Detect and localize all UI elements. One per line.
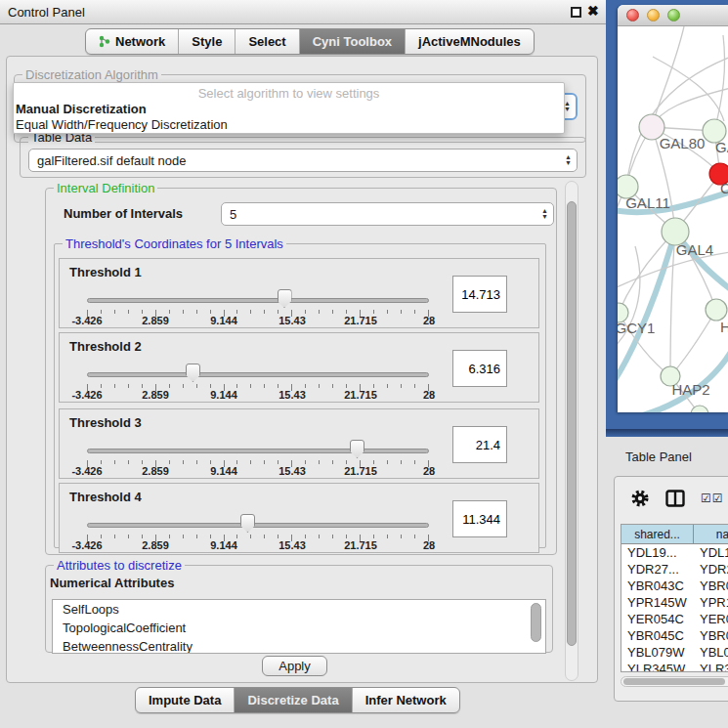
threshold-value-field[interactable] — [452, 500, 507, 537]
slider-thumb[interactable] — [350, 440, 364, 458]
numerical-attributes-list[interactable]: SelfLoopsTopologicalCoefficientBetweenne… — [52, 599, 546, 654]
column-header[interactable]: shared... — [621, 525, 694, 543]
threshold-label: Threshold 3 — [69, 415, 142, 430]
network-edge[interactable] — [670, 310, 716, 376]
table-row[interactable]: YBR043CYBR0 — [621, 578, 728, 594]
attribute-list-item[interactable]: SelfLoops — [53, 600, 545, 619]
tick-label: 2.859 — [142, 315, 169, 326]
tick-label: 28 — [423, 539, 435, 551]
panel-title: Control Panel — [8, 5, 85, 20]
tick-label: 21.715 — [344, 389, 377, 401]
network-node[interactable] — [706, 299, 727, 321]
tick-label: 15.43 — [278, 389, 306, 401]
threshold-value-field[interactable] — [452, 350, 507, 387]
network-edge[interactable] — [653, 57, 724, 121]
slider-ticks — [87, 460, 429, 467]
tab-impute-data[interactable]: Impute Data — [136, 688, 235, 712]
threshold-label: Threshold 4 — [69, 490, 142, 504]
table-cell: YLR3 — [694, 661, 728, 672]
slider-thumb[interactable] — [240, 514, 255, 533]
slider-track[interactable] — [87, 523, 429, 528]
slider-track[interactable] — [87, 449, 429, 453]
tick-label: 9.144 — [210, 315, 237, 326]
screen: Control Panel ✖ NetworkStyleSelectCyni T… — [0, 0, 728, 728]
slider-thumb[interactable] — [186, 364, 200, 382]
panel-scrollbar-thumb[interactable] — [567, 201, 577, 646]
thresholds-group-title: Threshold's Coordinates for 5 Intervals — [63, 236, 286, 251]
attributes-group: Attributes to discretize Numerical Attri… — [45, 565, 553, 653]
table-cell: YPR1 — [694, 594, 728, 611]
columns-icon[interactable] — [665, 490, 685, 507]
tick-label: 28 — [423, 389, 435, 401]
threshold-panel-2: Threshold 2-3.4262.8599.14415.4321.71528 — [59, 332, 539, 403]
tab-select[interactable]: Select — [236, 29, 299, 54]
dropdown-item-equal-width[interactable]: Equal Width/Frequency Discretization — [16, 117, 228, 132]
node-table[interactable]: shared...na YDL19...YDL1YDR27...YDR2YBR0… — [621, 524, 728, 672]
slider-track[interactable] — [87, 298, 429, 303]
tick-label: 15.43 — [278, 465, 306, 477]
threshold-panel-4: Threshold 4-3.4262.8599.14415.4321.71528 — [59, 483, 539, 553]
tick-label: -3.426 — [71, 315, 102, 326]
dropdown-hint: Select algorithm to view settings — [14, 86, 564, 101]
close-icon[interactable]: ✖ — [587, 3, 599, 19]
zoom-traffic-light-icon[interactable] — [667, 9, 680, 21]
table-panel-title: Table Panel — [625, 450, 692, 464]
table-row[interactable]: YLR345WYLR3 — [621, 661, 728, 672]
apply-button[interactable]: Apply — [262, 656, 327, 676]
float-window-icon[interactable] — [571, 7, 581, 18]
tick-label: 2.859 — [142, 465, 169, 477]
num-intervals-combobox[interactable]: 5 ▲▼ — [221, 202, 554, 226]
threshold-panel-1: Threshold 1-3.4262.8599.14415.4321.71528 — [59, 258, 539, 328]
attribute-list-item[interactable]: BetweennessCentrality — [53, 637, 545, 654]
column-header[interactable]: na — [694, 525, 728, 543]
table-cell: YER054C — [621, 611, 694, 627]
gear-icon[interactable] — [630, 489, 650, 508]
network-edge[interactable] — [619, 232, 675, 313]
threshold-value-field[interactable] — [452, 426, 507, 463]
panel-scrollbar-track[interactable] — [565, 181, 578, 681]
checkbox-icons[interactable]: ☑☑ — [701, 492, 724, 505]
tab-jactivemnodules[interactable]: jActiveMNodules — [406, 29, 534, 54]
dropdown-item-manual[interactable]: Manual Discretization — [16, 102, 147, 116]
table-row[interactable]: YPR145WYPR1 — [621, 594, 728, 611]
slider-ticks — [87, 384, 429, 391]
tab-label: Select — [248, 34, 285, 49]
tab-cyni-toolbox[interactable]: Cyni Toolbox — [300, 29, 406, 54]
table-cell: YDR2 — [694, 561, 728, 578]
node-label: H — [720, 319, 728, 335]
tab-discretize-data[interactable]: Discretize Data — [235, 688, 352, 712]
table-row[interactable]: YDL19...YDL1 — [621, 544, 728, 561]
network-window-titlebar — [618, 5, 728, 26]
minimize-traffic-light-icon[interactable] — [647, 9, 660, 21]
table-row[interactable]: YBR045CYBR0 — [621, 627, 728, 644]
list-scrollbar[interactable] — [531, 603, 541, 642]
table-row[interactable]: YER054CYER0 — [621, 611, 728, 627]
threshold-value-field[interactable] — [452, 276, 507, 313]
tick-label: 28 — [423, 315, 435, 326]
tab-network[interactable]: Network — [86, 29, 179, 54]
table-data-combobox[interactable]: galFiltered.sif default node ▲▼ — [28, 149, 578, 172]
table-panel-toolbar: ☑☑ — [615, 477, 728, 520]
tick-label: 28 — [423, 465, 435, 477]
close-traffic-light-icon[interactable] — [626, 9, 639, 21]
node-label: GAL11 — [625, 194, 670, 211]
attributes-group-title: Attributes to discretize — [54, 558, 185, 573]
attribute-list-item[interactable]: TopologicalCoefficient — [53, 619, 545, 637]
tab-style[interactable]: Style — [179, 29, 236, 54]
slider-track[interactable] — [87, 372, 429, 377]
table-cell: YBR045C — [621, 627, 694, 644]
table-cell: YBR0 — [694, 627, 728, 644]
tick-label: 21.715 — [344, 539, 377, 551]
network-canvas[interactable]: GAL80GACGAL11GAL4GCY1HHAP2 — [618, 26, 728, 412]
tick-label: 21.715 — [344, 315, 377, 326]
tab-infer-network[interactable]: Infer Network — [353, 688, 459, 712]
tick-label: -3.426 — [71, 465, 102, 477]
control-panel-titlebar: Control Panel ✖ — [0, 0, 606, 24]
table-hscrollbar[interactable] — [621, 676, 728, 687]
node-label: GA — [715, 139, 728, 155]
table-row[interactable]: YDR27...YDR2 — [621, 561, 728, 578]
slider-thumb[interactable] — [278, 289, 292, 308]
combo-arrows-icon: ▲▼ — [565, 150, 572, 171]
network-edge[interactable] — [652, 26, 684, 127]
table-row[interactable]: YBL079WYBL0 — [621, 644, 728, 661]
